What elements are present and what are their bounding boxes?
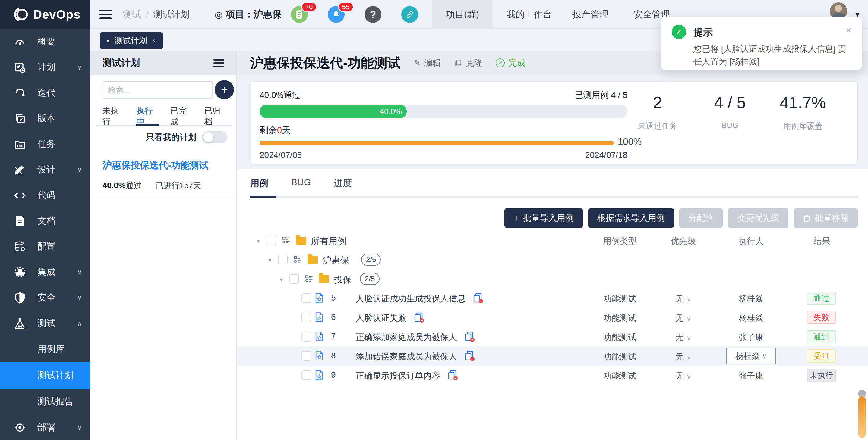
case-checkbox[interactable] [302,370,311,380]
tab-bug[interactable]: BUG [291,177,311,199]
case-executor[interactable]: 张子康∨ [722,332,780,343]
only-mine-toggle[interactable] [202,131,227,143]
tab-archived[interactable]: 已归档 [205,105,225,135]
case-executor[interactable]: 杨桂焱∨ [722,313,780,324]
case-result-badge[interactable]: 未执行 [807,369,836,382]
case-result-badge[interactable]: 失败 [807,311,836,324]
sidebar-item-m7[interactable]: 文档 [0,208,90,234]
bulk-remove-button[interactable]: 批量移除 [794,208,858,228]
bulk-import-button[interactable]: + 批量导入用例 [504,208,583,228]
todo-icon[interactable]: 70 [291,6,308,23]
test-case-row[interactable]: 9 正确显示投保订单内容 功能测试 无∨ 张子康∨ 未执行 [237,366,868,385]
add-plan-button[interactable]: + [215,80,234,99]
nav-production[interactable]: 投产管理 [566,0,615,29]
case-title[interactable]: 人脸认证成功生成投保人信息 [356,293,466,304]
sidebar-item-m3[interactable]: 版本 [0,106,90,131]
case-executor[interactable]: 张子康∨ [722,370,780,381]
unlink-case-icon[interactable] [464,350,475,362]
tab-close-icon[interactable]: × [152,37,156,44]
tab-not-executed[interactable]: 未执行 [102,105,123,135]
case-priority-select[interactable]: 无∨ [659,293,707,304]
case-executor[interactable]: 杨桂焱∨ [722,293,780,304]
case-title[interactable]: 正确添加家庭成员为被保人 [356,332,457,343]
edit-button[interactable]: ✎ 编辑 [414,57,441,69]
group-checkbox[interactable] [289,274,299,284]
unlink-case-icon[interactable] [473,293,484,304]
case-priority-select[interactable]: 无∨ [659,332,707,343]
unlink-case-icon[interactable] [414,312,425,323]
tab-cases[interactable]: 用例 [250,177,268,199]
sidebar-item-m5[interactable]: 设计∨ [0,157,90,182]
unlink-case-icon[interactable] [447,370,458,381]
case-title[interactable]: 添加错误家庭成员为被保人 [356,351,457,362]
case-result-badge[interactable]: 受阻 [807,349,836,363]
collapse-caret-icon[interactable]: ▾ [280,276,283,283]
sidebar-item-m4[interactable]: 任务 [0,131,90,157]
sidebar-item-m1[interactable]: 计划∨ [0,55,90,80]
notification-bell-icon[interactable]: 55 [328,6,345,23]
sidebar-subitem-2[interactable]: 测试报告 [0,388,90,415]
assign-to-button[interactable]: 分配给 [679,208,723,228]
tab-completed[interactable]: 已完成 [170,105,190,135]
test-case-row[interactable]: 5 人脸认证成功生成投保人信息 功能测试 无∨ 杨桂焱∨ 通过 [237,289,868,308]
app-logo[interactable]: DevOps [0,0,90,29]
tab-chip-test-plan[interactable]: ● 测试计划 × [100,32,162,49]
change-priority-button[interactable]: 变更优先级 [728,208,788,228]
sidebar-item-m11[interactable]: 测试∧ [0,310,90,336]
test-case-row[interactable]: 6 人脸认证失败 功能测试 无∨ 杨桂焱∨ 失败 [237,308,868,327]
case-executor[interactable]: 杨桂焱∨ [726,348,776,364]
nav-projects[interactable]: 项目(群) [432,0,493,29]
help-icon[interactable]: ? [365,6,381,23]
case-result-badge[interactable]: 通过 [807,292,836,305]
case-result-badge[interactable]: 通过 [807,330,836,343]
sidebar-item-m6[interactable]: 代码 [0,182,90,208]
group-checkbox[interactable] [278,255,288,264]
plan-search-input[interactable] [108,86,209,95]
case-checkbox[interactable] [302,313,311,322]
finish-button[interactable]: ✓ 完成 [496,57,525,69]
collapse-menu-icon[interactable] [99,10,112,19]
collapse-caret-icon[interactable]: ▾ [268,257,271,264]
sidebar-subitem-1[interactable]: 测试计划 [0,362,90,388]
sidebar-item-m9[interactable]: 集成∨ [0,259,90,285]
panel-menu-icon[interactable] [213,57,224,69]
page-scrollbar-thumb[interactable] [858,396,866,438]
plan-item-title[interactable]: 沪惠保投保迭代-功能测试 [102,159,224,172]
breadcrumb-section[interactable]: 测试 [123,8,141,21]
tab-executing[interactable]: 执行中 [136,105,157,135]
collapse-caret-icon[interactable]: ▾ [257,237,260,244]
toast-title: 提示 [693,26,713,39]
link-icon[interactable] [401,6,418,23]
toast-success-icon: ✓ [672,25,686,39]
case-title[interactable]: 人脸认证失败 [356,312,406,324]
sidebar-subitem-0[interactable]: 用例库 [0,336,90,362]
sidebar-item-m2[interactable]: 迭代 [0,80,90,106]
case-priority-select[interactable]: 无∨ [659,351,707,362]
tree-group-row[interactable]: ▾ 投保 2/5 [237,269,868,289]
test-case-row[interactable]: 7 正确添加家庭成员为被保人 功能测试 无∨ 张子康∨ 通过 [237,327,868,346]
sidebar-item-m10[interactable]: 安全∨ [0,285,90,310]
tree-group-row[interactable]: ▾ 沪惠保 2/5 [237,250,868,269]
project-selector[interactable]: ◎ 项目：沪惠保 [215,0,282,29]
nav-workbench[interactable]: 我的工作台 [500,0,558,29]
tree-group-row[interactable]: ▾ 所有用例 用例类型 优先级 执行人 结果 [237,231,868,250]
group-checkbox[interactable] [267,236,276,245]
plan-list-item[interactable]: 沪惠保投保迭代-功能测试 40.0%通过 已进行157天 [90,150,236,196]
sidebar-item-m0[interactable]: 概要 [0,29,90,55]
import-by-requirement-button[interactable]: 根据需求导入用例 [588,208,674,228]
case-checkbox[interactable] [302,351,311,361]
case-checkbox[interactable] [302,293,311,303]
tab-progress[interactable]: 进度 [334,177,352,199]
case-priority-select[interactable]: 无∨ [659,313,707,324]
case-id: 5 [331,293,336,303]
sidebar-item-deploy[interactable]: 部署∨ [0,415,90,440]
sidebar-item-m8[interactable]: 配置 [0,234,90,259]
case-checkbox[interactable] [302,332,311,341]
toast-close-icon[interactable]: × [846,25,851,36]
clone-button[interactable]: 克隆 [454,57,483,69]
unlink-case-icon[interactable] [464,331,475,342]
clone-icon [454,59,462,67]
test-case-row[interactable]: 8 添加错误家庭成员为被保人 功能测试 无∨ 杨桂焱∨ 受阻 [237,346,868,366]
case-priority-select[interactable]: 无∨ [659,370,707,381]
case-title[interactable]: 正确显示投保订单内容 [356,370,440,381]
